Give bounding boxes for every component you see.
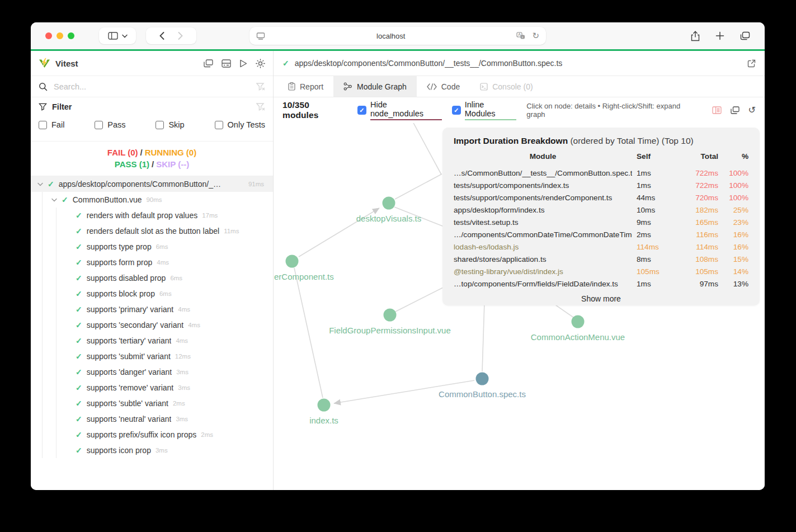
hide-node-modules-toggle[interactable]: ✓ Hide node_modules bbox=[357, 100, 442, 120]
search-input[interactable]: Search... bbox=[54, 82, 250, 91]
test-row[interactable]: ✓supports prefix/suffix icon props2ms bbox=[31, 427, 273, 442]
filter-option-pass[interactable]: Pass bbox=[95, 120, 125, 129]
test-row[interactable]: ✓renders default slot as the button labe… bbox=[31, 223, 273, 239]
skip-count: SKIP (--) bbox=[156, 159, 189, 169]
checkbox-checked-icon[interactable]: ✓ bbox=[452, 106, 461, 115]
test-tree: ✓ apps/desktop/components/CommonButton/_… bbox=[31, 176, 273, 490]
test-row[interactable]: ✓supports 'primary' variant4ms bbox=[31, 302, 273, 317]
tab-module-graph[interactable]: Module Graph bbox=[333, 76, 417, 97]
checkbox-checked-icon[interactable]: ✓ bbox=[357, 106, 366, 115]
breakdown-module: …/components/CommonDateTime/CommonDateTi… bbox=[454, 229, 632, 241]
filter-option-only-tests[interactable]: Only Tests bbox=[215, 120, 265, 129]
toggle-breakdown-table-icon[interactable] bbox=[712, 106, 722, 114]
test-row[interactable]: ✓supports 'subtle' variant2ms bbox=[31, 396, 273, 411]
test-suite-row[interactable]: ✓ CommonButton.vue 90ms bbox=[31, 192, 273, 208]
checkbox-icon[interactable] bbox=[39, 121, 47, 129]
test-row[interactable]: ✓renders with default prop values17ms bbox=[31, 208, 273, 223]
running-count: RUNNING (0) bbox=[145, 148, 197, 157]
tab-report[interactable]: Report bbox=[278, 76, 333, 97]
filter-option-label: Only Tests bbox=[228, 120, 265, 129]
test-duration: 12ms bbox=[175, 353, 191, 360]
tab-console[interactable]: Console (0) bbox=[470, 76, 543, 97]
pass-count: PASS (1) bbox=[115, 159, 149, 169]
breakdown-pct: 23% bbox=[723, 216, 748, 229]
breakdown-module: apps/desktop/form/index.ts bbox=[454, 204, 632, 216]
checkbox-icon[interactable] bbox=[215, 121, 223, 129]
graph-node-ercomponent-ts[interactable] bbox=[286, 255, 299, 268]
test-file-row[interactable]: ✓ apps/desktop/components/CommonButton/_… bbox=[31, 176, 273, 192]
breakdown-total: 722ms bbox=[676, 167, 718, 180]
breakdown-self: 44ms bbox=[637, 192, 671, 204]
graph-node-index-ts[interactable] bbox=[318, 399, 331, 412]
summary-line-2: PASS (1)/SKIP (--) bbox=[31, 158, 273, 170]
graph-node-commonactionmenu-vue[interactable] bbox=[572, 316, 585, 328]
test-row[interactable]: ✓supports 'submit' variant12ms bbox=[31, 349, 273, 364]
filter-option-skip[interactable]: Skip bbox=[156, 120, 184, 129]
forward-button[interactable] bbox=[178, 32, 183, 40]
tab-overview-icon[interactable] bbox=[740, 31, 750, 40]
test-name: supports block prop bbox=[87, 289, 155, 298]
collapse-all-icon[interactable] bbox=[204, 59, 213, 68]
test-row[interactable]: ✓supports 'secondary' variant4ms bbox=[31, 317, 273, 333]
test-name: renders default slot as the button label bbox=[87, 227, 219, 236]
close-window-button[interactable] bbox=[45, 32, 52, 39]
chevron-down-icon[interactable] bbox=[37, 182, 43, 186]
test-name: supports 'danger' variant bbox=[87, 368, 172, 376]
back-button[interactable] bbox=[159, 32, 164, 40]
pass-check-icon: ✓ bbox=[282, 59, 289, 68]
filter-option-label: Pass bbox=[107, 120, 125, 129]
test-name: supports 'subtle' variant bbox=[87, 399, 168, 408]
search-bar[interactable]: Search... bbox=[31, 76, 273, 97]
pass-check-icon: ✓ bbox=[76, 383, 82, 392]
test-duration: 6ms bbox=[170, 275, 182, 281]
minimize-window-button[interactable] bbox=[56, 32, 63, 39]
pass-check-icon: ✓ bbox=[76, 430, 82, 439]
show-more-button[interactable]: Show more bbox=[454, 294, 748, 303]
tab-code[interactable]: Code bbox=[417, 76, 470, 97]
module-graph-canvas[interactable]: desktopVisuals.tserComponent.tsFieldGrou… bbox=[274, 123, 765, 490]
export-graph-icon[interactable] bbox=[731, 106, 740, 114]
pass-check-icon: ✓ bbox=[76, 352, 82, 361]
test-row[interactable]: ✓supports icon prop3ms bbox=[31, 442, 273, 458]
test-row[interactable]: ✓supports form prop4ms bbox=[31, 255, 273, 270]
open-in-editor-icon[interactable] bbox=[747, 59, 756, 68]
chevron-down-icon[interactable] bbox=[51, 198, 57, 202]
checkbox-icon[interactable] bbox=[95, 121, 103, 129]
inline-modules-toggle[interactable]: ✓ Inline Modules bbox=[452, 100, 517, 120]
zoom-window-button[interactable] bbox=[68, 32, 74, 39]
browser-sidebar-toggle[interactable] bbox=[99, 27, 136, 44]
reset-graph-icon[interactable]: ↺ bbox=[748, 106, 756, 115]
graph-node-commonbutton-spec-ts[interactable] bbox=[476, 373, 489, 385]
run-all-icon[interactable] bbox=[239, 59, 247, 68]
test-row[interactable]: ✓supports type prop6ms bbox=[31, 239, 273, 255]
checkbox-icon[interactable] bbox=[156, 121, 164, 129]
test-file-name: apps/desktop/components/CommonButton/_… bbox=[59, 180, 221, 189]
dashboard-icon[interactable] bbox=[222, 59, 231, 68]
theme-toggle-sun-icon[interactable] bbox=[256, 59, 265, 68]
address-bar[interactable]: localhost Ax ↻ bbox=[249, 27, 546, 45]
test-row[interactable]: ✓supports block prop6ms bbox=[31, 286, 273, 302]
clear-filter-icon bbox=[256, 83, 265, 91]
test-row[interactable]: ✓supports disabled prop6ms bbox=[31, 270, 273, 286]
breakdown-pct: 100% bbox=[723, 180, 748, 192]
import-duration-panel: Import Duration Breakdown (ordered by To… bbox=[442, 128, 760, 305]
translate-icon[interactable]: Ax bbox=[516, 32, 525, 40]
graph-node-fieldgrouppermissionsinput-vue[interactable] bbox=[384, 309, 397, 322]
graph-node-label: FieldGroupPermissionsInput.vue bbox=[329, 326, 451, 335]
breakdown-pct: 15% bbox=[723, 253, 748, 266]
main-panel: ✓ apps/desktop/components/CommonButton/_… bbox=[274, 51, 765, 490]
graph-node-desktopvisuals-ts[interactable] bbox=[383, 197, 395, 210]
test-row[interactable]: ✓supports 'remove' variant3ms bbox=[31, 380, 273, 396]
pass-check-icon: ✓ bbox=[76, 211, 82, 220]
filter-section-header: Filter bbox=[31, 97, 273, 116]
new-tab-icon[interactable] bbox=[715, 31, 724, 40]
test-row[interactable]: ✓supports 'tertiary' variant4ms bbox=[31, 333, 273, 349]
pass-check-icon: ✓ bbox=[76, 305, 82, 314]
filter-option-fail[interactable]: Fail bbox=[39, 120, 64, 129]
share-icon[interactable] bbox=[691, 31, 700, 41]
tab-label: Module Graph bbox=[357, 82, 407, 91]
test-row[interactable]: ✓supports 'danger' variant3ms bbox=[31, 364, 273, 380]
tab-label: Console (0) bbox=[492, 82, 533, 91]
reload-icon[interactable]: ↻ bbox=[532, 32, 539, 40]
test-row[interactable]: ✓supports 'neutral' variant3ms bbox=[31, 411, 273, 427]
